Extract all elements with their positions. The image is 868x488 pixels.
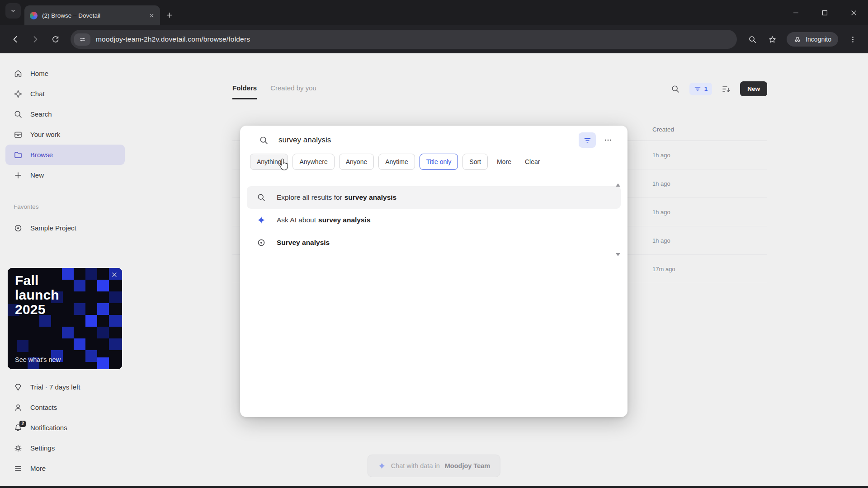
browser-tab[interactable]: (2) Browse – Dovetail — [24, 5, 160, 25]
reload-button[interactable] — [46, 30, 64, 48]
search-icon — [257, 193, 266, 202]
app-sidebar: Home Chat Search Your work Browse New — [0, 53, 130, 488]
sidebar-item-label: More — [30, 465, 46, 472]
sidebar-item-more[interactable]: More — [5, 458, 125, 479]
sidebar-item-label: Contacts — [30, 404, 57, 411]
chip-title-only[interactable]: Title only — [420, 154, 458, 170]
filter-count: 1 — [704, 85, 708, 92]
result-text: Survey analysis — [277, 239, 330, 247]
chip-sort[interactable]: Sort — [462, 154, 488, 170]
bookmark-star-icon[interactable] — [763, 30, 781, 48]
sidebar-item-label: Settings — [30, 444, 55, 452]
sidebar-item-your-work[interactable]: Your work — [5, 124, 125, 145]
sidebar-footer: Trial · 7 days left Contacts 2 Notificat… — [0, 377, 130, 479]
modal-search-row — [240, 126, 627, 148]
site-info-icon[interactable] — [74, 33, 90, 46]
result-explore-all[interactable]: Explore all results forsurvey analysis — [247, 186, 621, 209]
new-button[interactable]: New — [740, 81, 767, 96]
chip-anything[interactable]: Anything — [250, 154, 288, 170]
filter-icon — [584, 136, 591, 144]
back-button[interactable] — [6, 30, 24, 48]
sidebar-item-label: Your work — [30, 131, 60, 138]
sidebar-item-trial[interactable]: Trial · 7 days left — [5, 377, 125, 397]
result-ask-ai[interactable]: Ask AI aboutsurvey analysis — [247, 209, 621, 231]
tab-search-chevron-icon[interactable] — [5, 3, 21, 19]
created-cell: 1h ago — [652, 180, 670, 187]
sparkle-icon — [257, 216, 266, 225]
sidebar-item-new[interactable]: New — [5, 165, 125, 185]
home-icon — [14, 69, 23, 78]
sparkle-icon — [14, 89, 23, 99]
side-search-icon[interactable] — [743, 30, 761, 48]
sidebar-item-search[interactable]: Search — [5, 104, 125, 124]
sidebar-item-label: Chat — [30, 90, 45, 98]
sidebar-item-settings[interactable]: Settings — [5, 438, 125, 458]
sidebar-item-chat[interactable]: Chat — [5, 84, 125, 104]
modal-more-options-icon[interactable] — [600, 132, 616, 148]
sidebar-item-sample-project[interactable]: Sample Project — [5, 218, 125, 238]
window-close-button[interactable] — [839, 0, 868, 25]
sidebar-item-notifications[interactable]: 2 Notifications — [5, 418, 125, 438]
search-results-list: Explore all results forsurvey analysis A… — [240, 186, 627, 254]
created-cell: 1h ago — [652, 237, 670, 244]
notification-count-badge: 2 — [19, 421, 26, 427]
url-bar[interactable]: moodjoy-team-2h2v.dovetail.com/browse/fo… — [71, 30, 737, 49]
favorites-header: Favorites — [14, 203, 117, 211]
modal-filter-button[interactable] — [579, 132, 596, 148]
tab-title: (2) Browse – Dovetail — [42, 12, 144, 19]
tab-folders[interactable]: Folders — [232, 84, 257, 99]
fall-launch-banner[interactable]: Fall launch 2025 See what's new — [8, 268, 122, 369]
created-column-header: Created — [652, 126, 674, 133]
incognito-badge[interactable]: Incognito — [787, 32, 838, 47]
search-icon — [259, 136, 269, 145]
sidebar-item-home[interactable]: Home — [5, 63, 125, 84]
window-maximize-button[interactable] — [810, 0, 839, 25]
filter-chips-row: Anything Anywhere Anyone Anytime Title o… — [240, 148, 627, 170]
person-icon — [14, 403, 23, 412]
banner-link[interactable]: See what's new — [15, 356, 61, 363]
sidebar-item-contacts[interactable]: Contacts — [5, 397, 125, 418]
result-text: Explore all results forsurvey analysis — [277, 193, 396, 202]
browse-header: Folders Created by you 1 New — [232, 84, 767, 99]
sidebar-item-browse[interactable]: Browse — [5, 145, 125, 165]
modal-search-input[interactable] — [278, 136, 579, 145]
window-minimize-button[interactable] — [781, 0, 810, 25]
banner-close-icon[interactable] — [112, 272, 117, 277]
new-tab-button[interactable] — [165, 11, 173, 19]
target-icon — [257, 238, 266, 247]
sparkle-icon — [378, 462, 386, 470]
sort-icon[interactable] — [721, 84, 731, 94]
result-survey-analysis[interactable]: Survey analysis — [247, 231, 621, 254]
filter-button[interactable]: 1 — [689, 83, 712, 95]
sidebar-item-label: Search — [30, 110, 52, 118]
banner-title: Fall launch 2025 — [15, 273, 59, 317]
created-cell: 1h ago — [652, 209, 670, 216]
chip-clear[interactable]: Clear — [520, 154, 544, 170]
work-icon — [14, 130, 23, 139]
tab-close-icon[interactable] — [149, 13, 155, 19]
browser-menu-icon[interactable] — [844, 30, 862, 48]
browser-tabstrip: (2) Browse – Dovetail — [0, 0, 868, 25]
gear-icon — [14, 444, 23, 453]
url-text: moodjoy-team-2h2v.dovetail.com/browse/fo… — [96, 35, 250, 43]
sidebar-item-label: Home — [30, 70, 48, 77]
chip-anywhere[interactable]: Anywhere — [292, 154, 334, 170]
chat-with-data-button[interactable]: Chat with data in Moodjoy Team — [368, 455, 500, 477]
chat-pill-text: Chat with data in — [391, 462, 440, 469]
scroll-down-arrow[interactable] — [616, 253, 620, 256]
tab-created-by-you[interactable]: Created by you — [270, 84, 316, 98]
search-icon[interactable] — [670, 84, 680, 94]
plus-icon — [14, 171, 23, 180]
chip-anytime[interactable]: Anytime — [378, 154, 415, 170]
incognito-icon — [793, 35, 802, 43]
scroll-up-arrow[interactable] — [616, 183, 620, 187]
search-modal: Anything Anywhere Anyone Anytime Title o… — [240, 126, 627, 417]
chip-anyone[interactable]: Anyone — [339, 154, 374, 170]
sidebar-item-label: Notifications — [30, 424, 67, 432]
window-bottom-edge — [0, 486, 868, 488]
chip-more[interactable]: More — [492, 154, 516, 170]
forward-button[interactable] — [26, 30, 44, 48]
folder-icon — [14, 150, 23, 160]
gem-icon — [14, 383, 23, 392]
incognito-label: Incognito — [806, 36, 831, 43]
